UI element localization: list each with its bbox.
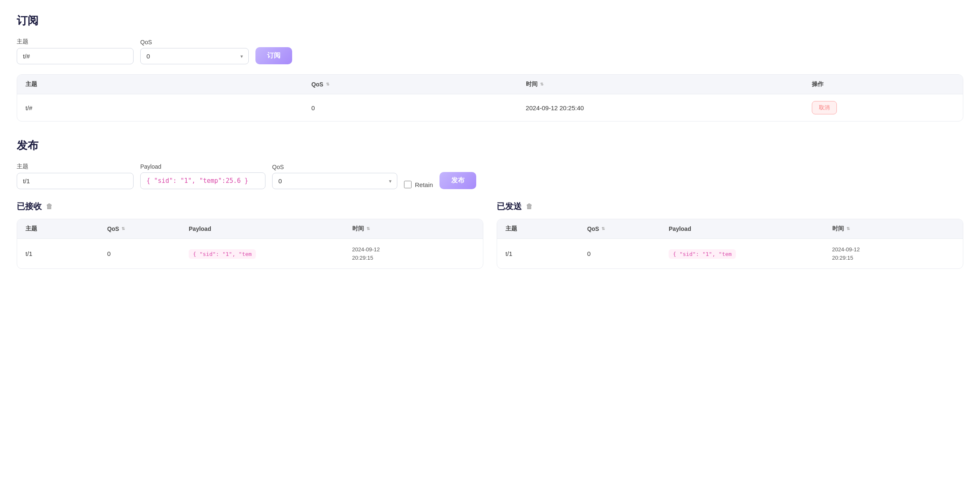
sent-time-sort-icon[interactable]: ⇅ — [846, 227, 850, 231]
sent-row-payload: { "sid": "1", "tem — [669, 250, 832, 257]
subscribe-qos-wrapper: 0 1 2 ▾ — [140, 48, 249, 64]
sent-title: 已发送 — [497, 201, 522, 212]
received-section: 已接收 🗑 主题 QoS ⇅ Payload 时间 ⇅ — [17, 201, 483, 286]
publish-qos-group: QoS 0 1 2 ▾ — [272, 164, 397, 189]
sent-row-qos: 0 — [587, 250, 669, 257]
received-title: 已接收 — [17, 201, 42, 212]
subscribe-col-qos: QoS ⇅ — [311, 81, 526, 88]
subscribe-row-action: 取消 — [812, 101, 955, 114]
received-col-qos: QoS ⇅ — [107, 225, 189, 233]
subscribe-title: 订阅 — [17, 13, 963, 28]
subscribe-topic-input[interactable] — [17, 48, 134, 64]
received-qos-sort-icon[interactable]: ⇅ — [121, 227, 125, 231]
subscribe-qos-label: QoS — [140, 39, 249, 46]
sent-subtitle: 已发送 🗑 — [497, 201, 963, 212]
received-col-time: 时间 ⇅ — [352, 225, 475, 233]
publish-payload-group: Payload — [140, 163, 265, 189]
retain-label: Retain — [415, 181, 433, 188]
received-payload-badge: { "sid": "1", "tem — [189, 249, 256, 259]
sent-col-payload: Payload — [669, 225, 832, 233]
subscribe-row-topic: t/# — [25, 104, 311, 111]
sent-section: 已发送 🗑 主题 QoS ⇅ Payload 时间 ⇅ — [497, 201, 963, 286]
received-time-sort-icon[interactable]: ⇅ — [366, 227, 370, 231]
subscribe-table-row: t/# 0 2024-09-12 20:25:40 取消 — [17, 94, 963, 121]
received-subtitle: 已接收 🗑 — [17, 201, 483, 212]
publish-qos-wrapper: 0 1 2 ▾ — [272, 173, 397, 189]
publish-button[interactable]: 发布 — [439, 172, 476, 189]
subscribe-topic-label: 主题 — [17, 38, 134, 46]
received-table-row: t/1 0 { "sid": "1", "tem 2024-09-12 20:2… — [17, 239, 483, 268]
subscribe-row-time: 2024-09-12 20:25:40 — [526, 104, 812, 111]
received-table: 主题 QoS ⇅ Payload 时间 ⇅ t/1 0 { "sid": " — [17, 219, 483, 269]
received-trash-icon[interactable]: 🗑 — [46, 203, 53, 210]
subscribe-form: 主题 QoS 0 1 2 ▾ 订阅 — [17, 38, 963, 64]
publish-topic-label: 主题 — [17, 163, 134, 170]
subscribe-qos-sort-icon[interactable]: ⇅ — [326, 82, 329, 86]
received-table-header: 主题 QoS ⇅ Payload 时间 ⇅ — [17, 219, 483, 239]
bottom-section: 已接收 🗑 主题 QoS ⇅ Payload 时间 ⇅ — [17, 201, 963, 286]
sent-table: 主题 QoS ⇅ Payload 时间 ⇅ t/1 0 { "sid": " — [497, 219, 963, 269]
received-col-topic: 主题 — [25, 225, 107, 233]
subscribe-row-qos: 0 — [311, 104, 526, 111]
subscribe-table-header: 主题 QoS ⇅ 时间 ⇅ 操作 — [17, 75, 963, 94]
retain-group: Retain — [404, 181, 433, 189]
subscribe-cancel-button[interactable]: 取消 — [812, 101, 837, 114]
subscribe-col-action: 操作 — [812, 81, 955, 88]
publish-qos-label: QoS — [272, 164, 397, 170]
sent-table-header: 主题 QoS ⇅ Payload 时间 ⇅ — [497, 219, 963, 239]
sent-col-qos: QoS ⇅ — [587, 225, 669, 233]
sent-qos-sort-icon[interactable]: ⇅ — [601, 227, 605, 231]
publish-payload-label: Payload — [140, 163, 265, 170]
sent-trash-icon[interactable]: 🗑 — [526, 203, 533, 210]
subscribe-button[interactable]: 订阅 — [255, 47, 292, 64]
sent-col-time: 时间 ⇅ — [832, 225, 955, 233]
publish-form: 主题 Payload QoS 0 1 2 ▾ Retain 发布 — [17, 163, 963, 189]
publish-payload-input[interactable] — [140, 172, 265, 189]
sent-col-topic: 主题 — [505, 225, 587, 233]
received-row-topic: t/1 — [25, 250, 107, 257]
sent-row-topic: t/1 — [505, 250, 587, 257]
sent-table-row: t/1 0 { "sid": "1", "tem 2024-09-12 20:2… — [497, 239, 963, 268]
subscribe-qos-group: QoS 0 1 2 ▾ — [140, 39, 249, 64]
subscribe-qos-select[interactable]: 0 1 2 — [140, 48, 249, 64]
retain-checkbox[interactable] — [404, 181, 412, 188]
sent-payload-badge: { "sid": "1", "tem — [669, 249, 736, 259]
received-row-qos: 0 — [107, 250, 189, 257]
sent-row-time: 2024-09-12 20:29:15 — [832, 245, 955, 262]
subscribe-time-sort-icon[interactable]: ⇅ — [540, 82, 543, 86]
publish-qos-select[interactable]: 0 1 2 — [272, 173, 397, 189]
subscribe-table: 主题 QoS ⇅ 时间 ⇅ 操作 t/# 0 2024-09-12 20:25:… — [17, 74, 963, 121]
received-col-payload: Payload — [189, 225, 352, 233]
subscribe-col-time: 时间 ⇅ — [526, 81, 812, 88]
received-row-time: 2024-09-12 20:29:15 — [352, 245, 475, 262]
subscribe-col-topic: 主题 — [25, 81, 311, 88]
publish-title: 发布 — [17, 138, 963, 153]
publish-topic-input[interactable] — [17, 173, 134, 189]
publish-topic-group: 主题 — [17, 163, 134, 189]
received-row-payload: { "sid": "1", "tem — [189, 250, 352, 257]
subscribe-topic-group: 主题 — [17, 38, 134, 64]
